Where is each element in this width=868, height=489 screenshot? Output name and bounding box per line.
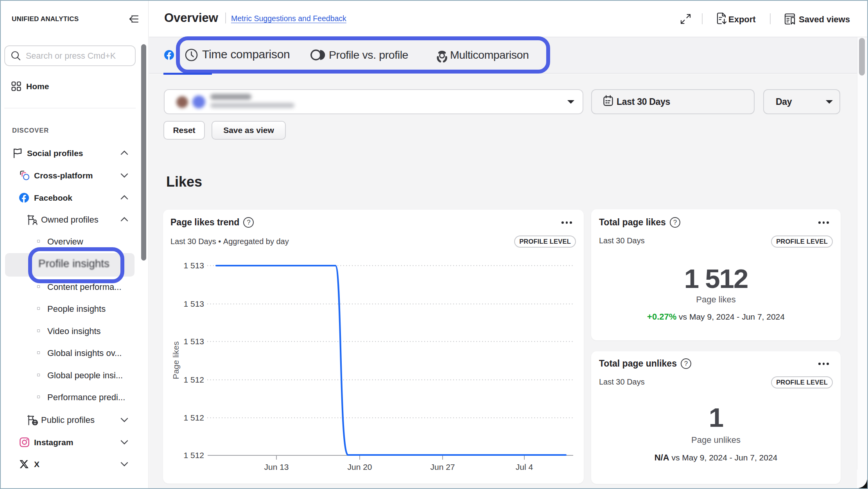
svg-text:1 513: 1 513 [183,337,204,346]
svg-text:1 512: 1 512 [183,375,204,384]
svg-text:1 513: 1 513 [183,261,204,270]
svg-text:Page likes: Page likes [171,342,180,379]
svg-text:Jul 4: Jul 4 [516,462,533,471]
svg-text:1 513: 1 513 [183,299,204,308]
svg-text:Jun 20: Jun 20 [347,462,372,471]
svg-text:Jun 13: Jun 13 [264,462,289,471]
svg-text:1 512: 1 512 [183,451,204,460]
svg-text:1 512: 1 512 [183,413,204,422]
svg-text:Jun 27: Jun 27 [430,462,455,471]
